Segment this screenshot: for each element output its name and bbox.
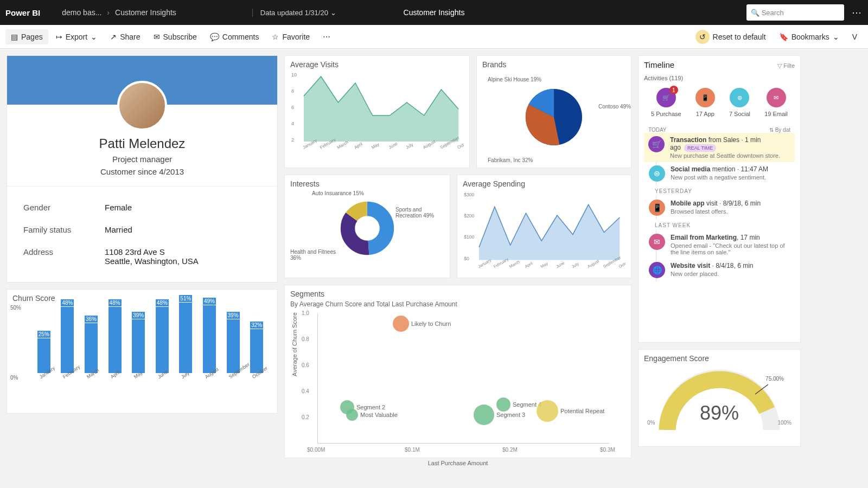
command-bar: ▤Pages ↦Export⌄ ↗Share ✉Subscribe 💬Comme… <box>0 25 868 49</box>
svg-text:10: 10 <box>291 72 297 78</box>
share-button[interactable]: ↗Share <box>105 29 145 44</box>
donut-label: Health and Fitnees 36% <box>290 249 339 261</box>
pie-label: Fabrikam, Inc 32% <box>488 157 533 163</box>
detail-row: Family statusMarried <box>23 219 261 241</box>
pie-chart <box>519 82 589 152</box>
activity-social[interactable]: ⊛7 Social <box>729 88 750 117</box>
chevron-down-icon: ⌄ <box>91 33 97 41</box>
svg-text:$0: $0 <box>464 256 469 261</box>
data-updated[interactable]: Data updated 1/31/20 ⌄ <box>252 9 336 17</box>
timeline-item[interactable]: 🛒 Transaction from Sales · 1 min agoREAL… <box>644 133 795 162</box>
view-button[interactable]: V <box>847 29 863 44</box>
chart-title: Average Spending <box>463 179 626 188</box>
cart-icon: 🛒1 <box>656 88 676 107</box>
overflow-button[interactable]: ⋯ <box>317 29 336 44</box>
scatter-area: 0.20.40.60.81.0$0.00M$0.1M$0.2M$0.3MLike… <box>317 313 609 444</box>
svg-text:May: May <box>371 142 380 150</box>
crumb-workspace[interactable]: demo bas... <box>62 8 101 17</box>
more-options-button[interactable]: ⋯ <box>852 7 863 18</box>
right-column: Timeline ▽ Filte Activities (119) 🛒15 Pu… <box>638 55 801 481</box>
svg-text:April: April <box>354 142 364 150</box>
timeline-item[interactable]: 🌐 Website visit · 8/4/18, 6 minNew order… <box>644 259 795 281</box>
mail-icon: ✉ <box>649 234 665 250</box>
timeline-item[interactable]: ⊛ Social media mention · 11:47 AMNew pos… <box>644 162 795 185</box>
phone-icon: 📱 <box>649 200 665 216</box>
export-icon: ↦ <box>56 33 62 41</box>
brands-chart[interactable]: Brands Alpine Ski House 19% Contoso 49% … <box>476 55 631 168</box>
svg-text:$300: $300 <box>464 192 474 197</box>
star-icon: ☆ <box>272 33 279 41</box>
activities-count: Activities (119) <box>644 75 795 81</box>
svg-text:June: June <box>556 260 566 269</box>
svg-text:4: 4 <box>291 121 294 126</box>
avatar <box>117 81 167 131</box>
y-axis-label: Average of Churn Score <box>291 312 298 376</box>
export-button[interactable]: ↦Export⌄ <box>50 29 103 44</box>
svg-text:March: March <box>508 259 521 269</box>
svg-text:July: July <box>405 142 414 150</box>
comment-icon: 💬 <box>210 33 219 41</box>
area-chart: 246810 JanuaryFebruaryMarchAprilMayJuneJ… <box>290 71 464 152</box>
chart-title: Segments <box>290 290 626 298</box>
svg-marker-24 <box>479 204 620 260</box>
timeline-section: LAST WEEK <box>655 222 795 228</box>
chart-title: Churn Score <box>12 294 272 303</box>
share-icon: ⊛ <box>649 165 665 182</box>
x-axis-label: Last Purchase Amount <box>290 460 626 466</box>
engagement-score-card[interactable]: Engagement Score 89% 0% 100% 75.00% <box>638 349 801 447</box>
chart-title: Average Visits <box>290 60 464 69</box>
pages-icon: ▤ <box>11 33 18 41</box>
avg-spending-chart[interactable]: Average Spending $0$100$200$300 JanuaryF… <box>457 175 631 278</box>
pages-button[interactable]: ▤Pages <box>5 29 48 44</box>
timeline-item[interactable]: 📱 Mobile app visit · 8/9/18, 6 minBrowse… <box>644 196 795 219</box>
svg-text:June: June <box>388 141 399 150</box>
timeline-section: YESTERDAY <box>655 188 795 194</box>
svg-text:July: July <box>571 261 579 269</box>
pie-label: Contoso 49% <box>598 104 631 110</box>
svg-text:April: April <box>524 261 534 269</box>
globe-icon: 🌐 <box>649 262 665 278</box>
chevron-down-icon: ⌄ <box>833 33 839 41</box>
svg-text:6: 6 <box>291 105 294 110</box>
donut-label: Sports and Recreation 49% <box>395 207 444 219</box>
activity-app[interactable]: 📱17 App <box>695 88 715 117</box>
donut-label: Auto Insuarance 15% <box>312 190 364 196</box>
crumb-report[interactable]: Customer Insights <box>115 8 176 17</box>
share-icon: ↗ <box>110 33 117 41</box>
card-title: Timeline <box>644 60 674 69</box>
detail-row: GenderFemale <box>23 196 261 219</box>
breadcrumb: demo bas... › Customer Insights <box>62 8 176 17</box>
comments-button[interactable]: 💬Comments <box>205 29 265 44</box>
svg-text:2: 2 <box>291 137 294 143</box>
reset-default-button[interactable]: ↺Reset to default <box>690 27 771 47</box>
activity-email[interactable]: ✉19 Email <box>764 88 788 117</box>
area-chart: $0$100$200$300 JanuaryFebruaryMarchApril… <box>463 190 626 272</box>
chart-title: Interests <box>290 179 444 188</box>
filter-button[interactable]: ▽ Filte <box>777 62 795 69</box>
activity-purchase[interactable]: 🛒15 Purchase <box>651 88 681 117</box>
realtime-badge: REAL TIME <box>684 144 716 152</box>
segments-chart[interactable]: Segments By Average Churn Score and Tota… <box>284 285 631 458</box>
brand: Power BI <box>5 8 40 17</box>
customer-since: Customer since 4/2013 <box>18 167 266 176</box>
interests-chart[interactable]: Interests Auto Insuarance 15% Sports and… <box>284 175 450 278</box>
customer-name: Patti Melendez <box>18 136 266 151</box>
chevron-right-icon: › <box>107 8 110 17</box>
gauge-value: 89% <box>700 402 739 425</box>
favorite-button[interactable]: ☆Favorite <box>266 29 315 44</box>
bookmarks-button[interactable]: 🔖Bookmarks⌄ <box>774 29 845 44</box>
cart-icon: 🛒 <box>648 136 665 152</box>
timeline-card: Timeline ▽ Filte Activities (119) 🛒15 Pu… <box>638 55 801 343</box>
avg-visits-chart[interactable]: Average Visits 246810 JanuaryFebruaryMar… <box>284 55 470 168</box>
chart-title: Engagement Score <box>644 354 795 363</box>
search-input[interactable]: 🔍 Search <box>746 4 844 21</box>
svg-text:$100: $100 <box>464 234 474 240</box>
top-bar: Power BI demo bas... › Customer Insights… <box>0 0 868 25</box>
churn-score-chart[interactable]: Churn Score 50%0% 25%January48%February3… <box>7 289 278 414</box>
share-icon: ⊛ <box>730 88 749 107</box>
timeline-item[interactable]: ✉ Email from Marketing, 17 minOpened ema… <box>644 230 795 259</box>
profile-banner <box>7 56 277 105</box>
report-canvas: Patti Melendez Project manager Customer … <box>0 49 868 488</box>
subscribe-button[interactable]: ✉Subscribe <box>148 29 202 44</box>
svg-text:May: May <box>540 261 549 269</box>
